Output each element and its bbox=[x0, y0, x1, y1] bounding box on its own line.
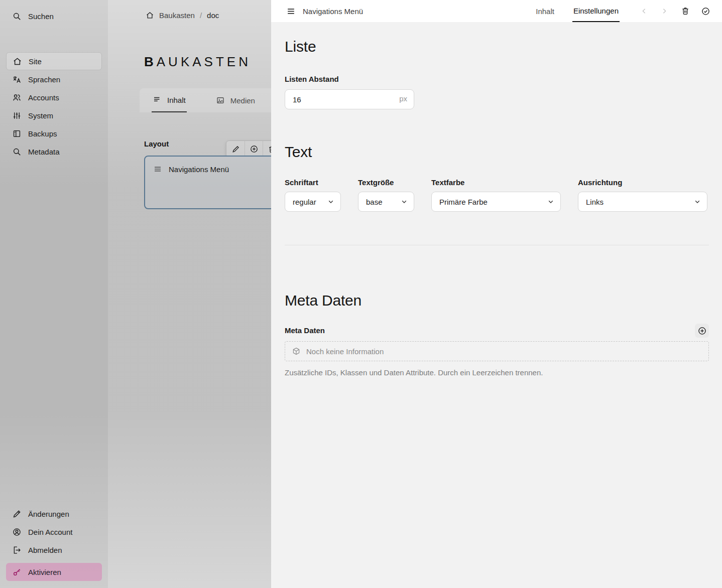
ausrichtung-select[interactable]: Links bbox=[578, 192, 707, 212]
chevron-down-icon bbox=[694, 198, 701, 205]
meta-daten-help-text: Zusätzliche IDs, Klassen und Daten Attri… bbox=[285, 368, 709, 377]
breadcrumb-current[interactable]: doc bbox=[207, 11, 219, 20]
sidebar-item-backups[interactable]: Backups bbox=[6, 124, 102, 142]
chevron-down-icon bbox=[547, 198, 554, 205]
tab-inhalt[interactable]: Inhalt bbox=[152, 88, 187, 112]
drawer-tab-einstellungen[interactable]: Einstellungen bbox=[572, 0, 620, 22]
sidebar-item-label: Backups bbox=[28, 129, 57, 138]
layout-block-navigation[interactable]: Navigations Menü bbox=[144, 156, 290, 209]
chevron-down-icon bbox=[401, 198, 408, 205]
users-icon bbox=[12, 93, 22, 102]
section-heading-meta-daten: Meta Daten bbox=[285, 290, 709, 311]
sidebar-nav: Site Sprachen Accounts System bbox=[6, 52, 102, 161]
box-icon bbox=[292, 347, 301, 356]
sidebar-item-metadata[interactable]: Metadata bbox=[6, 142, 102, 161]
sliders-icon bbox=[12, 111, 22, 120]
trash-icon[interactable] bbox=[678, 4, 693, 19]
add-circle-icon bbox=[697, 326, 707, 336]
baukasten-logo: BAUKASTEN bbox=[144, 54, 251, 70]
add-circle-icon bbox=[250, 144, 259, 154]
user-circle-icon bbox=[12, 527, 22, 537]
sidebar-item-label: System bbox=[28, 111, 53, 120]
sidebar-item-accounts[interactable]: Accounts bbox=[6, 88, 102, 106]
breadcrumb: Baukasten / doc bbox=[146, 11, 219, 20]
textgroesse-label: Textgröße bbox=[358, 178, 414, 188]
section-heading-text: Text bbox=[285, 141, 709, 163]
sidebar-item-label: Metadata bbox=[28, 148, 60, 156]
sidebar-search-button[interactable]: Suchen bbox=[0, 7, 108, 25]
schriftart-select[interactable]: regular bbox=[285, 192, 341, 212]
edit-button[interactable] bbox=[226, 141, 245, 157]
tab-label: Inhalt bbox=[167, 96, 186, 104]
sidebar-item-label: Site bbox=[29, 57, 42, 66]
sidebar-item-dein-account[interactable]: Dein Account bbox=[6, 523, 102, 541]
app: Suchen Site Sprachen Accounts bbox=[0, 0, 722, 588]
block-title: Navigations Menü bbox=[169, 165, 229, 174]
textfarbe-select[interactable]: Primäre Farbe bbox=[431, 192, 561, 212]
breadcrumb-separator: / bbox=[200, 11, 202, 20]
text-lines-icon bbox=[153, 95, 162, 104]
unit-label: px bbox=[399, 94, 407, 103]
listen-abstand-label: Listen Abstand bbox=[285, 74, 709, 84]
sidebar-item-label: Abmelden bbox=[28, 546, 62, 554]
meta-daten-field-header: Meta Daten bbox=[285, 324, 709, 338]
textgroesse-select[interactable]: base bbox=[358, 192, 414, 212]
tab-label: Medien bbox=[230, 96, 255, 105]
section-heading-liste: Liste bbox=[285, 36, 709, 57]
main-content: Baukasten / doc BAUKASTEN Inhalt Medien … bbox=[108, 0, 271, 588]
add-meta-button[interactable] bbox=[695, 324, 709, 338]
key-icon bbox=[12, 567, 22, 577]
sidebar-search-label: Suchen bbox=[28, 12, 54, 21]
logout-icon bbox=[12, 545, 22, 555]
settings-drawer: Navigations Menü Inhalt Einstellungen bbox=[271, 0, 722, 588]
section-divider bbox=[285, 245, 709, 245]
menu-icon[interactable] bbox=[286, 7, 296, 16]
sidebar-item-system[interactable]: System bbox=[6, 106, 102, 124]
layout-section-label: Layout bbox=[144, 139, 169, 148]
empty-state-text: Noch keine Information bbox=[306, 347, 384, 356]
sidebar-item-aenderungen[interactable]: Änderungen bbox=[6, 505, 102, 523]
drawer-body: Liste Listen Abstand px Text Schriftart … bbox=[271, 36, 722, 377]
content-tabs: Inhalt Medien bbox=[140, 88, 285, 112]
drag-handle-icon[interactable] bbox=[153, 165, 162, 174]
activate-label: Aktivieren bbox=[28, 568, 61, 576]
search-icon bbox=[12, 147, 22, 157]
add-block-button[interactable] bbox=[245, 141, 263, 157]
chevron-down-icon bbox=[327, 198, 334, 205]
listen-abstand-field: px bbox=[285, 89, 414, 109]
chevron-left-icon[interactable] bbox=[637, 4, 652, 19]
home-icon bbox=[13, 57, 22, 66]
tab-medien[interactable]: Medien bbox=[215, 88, 256, 112]
ausrichtung-label: Ausrichtung bbox=[578, 178, 707, 188]
drawer-header: Navigations Menü Inhalt Einstellungen bbox=[271, 0, 722, 22]
breadcrumb-root[interactable]: Baukasten bbox=[159, 11, 195, 20]
translate-icon bbox=[12, 75, 22, 84]
meta-daten-label: Meta Daten bbox=[285, 326, 325, 336]
activate-button[interactable]: Aktivieren bbox=[6, 563, 102, 581]
check-circle-icon[interactable] bbox=[698, 4, 713, 19]
sidebar-item-label: Sprachen bbox=[28, 75, 60, 84]
drawer-title: Navigations Menü bbox=[303, 7, 363, 16]
sidebar-item-abmelden[interactable]: Abmelden bbox=[6, 541, 102, 559]
textfarbe-label: Textfarbe bbox=[431, 178, 561, 188]
home-icon bbox=[146, 11, 154, 20]
pencil-icon bbox=[231, 145, 240, 154]
text-fields-row: Schriftart regular Textgröße base bbox=[285, 178, 709, 212]
search-icon bbox=[12, 12, 22, 21]
sidebar-footer: Änderungen Dein Account Abmelden bbox=[6, 505, 102, 559]
drawer-tab-inhalt[interactable]: Inhalt bbox=[535, 0, 555, 22]
sidebar-item-label: Accounts bbox=[28, 93, 59, 102]
sidebar: Suchen Site Sprachen Accounts bbox=[0, 0, 108, 588]
listen-abstand-input[interactable] bbox=[285, 89, 414, 109]
chevron-right-icon[interactable] bbox=[657, 4, 672, 19]
meta-daten-empty-state[interactable]: Noch keine Information bbox=[285, 341, 709, 361]
archive-icon bbox=[12, 129, 22, 138]
schriftart-label: Schriftart bbox=[285, 178, 341, 188]
sidebar-item-sprachen[interactable]: Sprachen bbox=[6, 70, 102, 88]
sidebar-item-site[interactable]: Site bbox=[6, 52, 102, 70]
image-icon bbox=[216, 96, 225, 105]
pencil-icon bbox=[12, 509, 22, 519]
sidebar-item-label: Dein Account bbox=[28, 528, 72, 536]
sidebar-item-label: Änderungen bbox=[28, 510, 69, 518]
